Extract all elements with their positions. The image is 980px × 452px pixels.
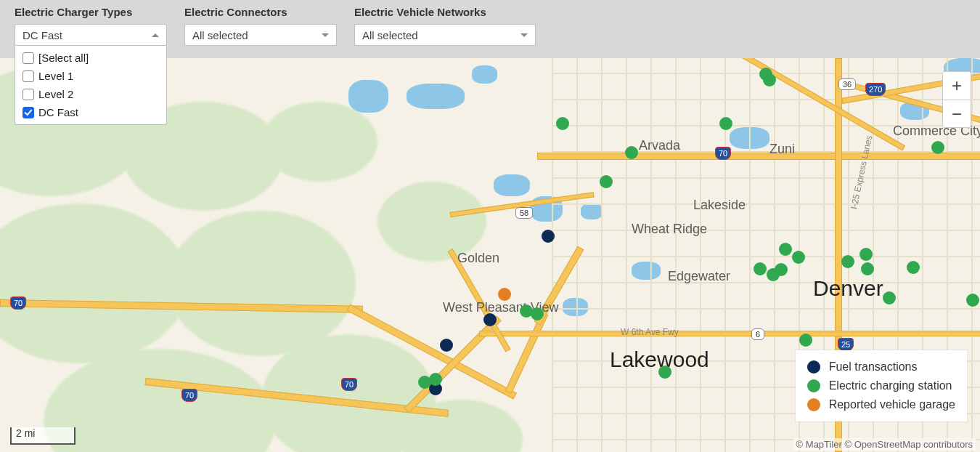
legend-item-garage: Reported vehicle garage	[807, 395, 955, 414]
charge-marker[interactable]	[556, 117, 569, 130]
charge-marker[interactable]	[779, 243, 792, 256]
option-label: DC Fast	[38, 106, 78, 118]
road-label: I-25 Express Lanes	[849, 134, 874, 210]
legend-label: Electric charging station	[829, 379, 952, 392]
legend-dot-charge	[807, 379, 820, 392]
option-label: Level 1	[38, 70, 73, 82]
legend-item-fuel: Fuel transactions	[807, 358, 955, 376]
charge-marker[interactable]	[754, 262, 767, 275]
option-select-all[interactable]: [Select all]	[15, 49, 166, 67]
charge-marker[interactable]	[931, 141, 944, 154]
scale-bar: 2 mi	[10, 427, 75, 445]
filter-connectors: Electric Connectors All selected	[184, 6, 337, 58]
fuel-marker[interactable]	[440, 339, 453, 352]
legend-label: Reported vehicle garage	[829, 398, 955, 411]
option-dc-fast[interactable]: DC Fast	[15, 103, 166, 121]
legend-item-charge: Electric charging station	[807, 376, 955, 395]
legend: Fuel transactions Electric charging stat…	[796, 350, 967, 421]
chevron-down-icon	[520, 33, 528, 37]
charge-marker[interactable]	[625, 146, 638, 159]
filter-charger-types: Electric Charger Types DC Fast [Select a…	[15, 6, 167, 58]
charge-marker[interactable]	[966, 294, 979, 307]
option-level-2[interactable]: Level 2	[15, 85, 166, 103]
dropdown-value: DC Fast	[23, 29, 62, 41]
dropdown-menu-charger-types: [Select all] Level 1 Level 2 DC Fast	[15, 46, 167, 125]
charge-marker[interactable]	[907, 261, 920, 274]
charge-marker[interactable]	[883, 291, 896, 304]
filter-label-charger-types: Electric Charger Types	[15, 6, 167, 18]
dropdown-networks[interactable]: All selected	[354, 24, 536, 46]
charge-marker[interactable]	[600, 175, 613, 188]
charge-marker[interactable]	[658, 366, 671, 379]
charge-marker[interactable]	[841, 255, 854, 268]
zoom-control: + −	[942, 71, 971, 128]
scale-text: 2 mi	[16, 427, 35, 439]
option-level-1[interactable]: Level 1	[15, 67, 166, 85]
dropdown-value: All selected	[192, 29, 248, 41]
charge-marker[interactable]	[861, 262, 874, 275]
filter-label-networks: Electric Vehicle Networks	[354, 6, 536, 18]
checkbox-icon	[23, 89, 34, 100]
legend-dot-garage	[807, 398, 820, 411]
charge-marker[interactable]	[792, 251, 805, 264]
dropdown-connectors[interactable]: All selected	[184, 24, 337, 46]
charge-marker[interactable]	[859, 248, 873, 261]
filter-bar: Electric Charger Types DC Fast [Select a…	[0, 0, 980, 58]
fuel-marker[interactable]	[542, 230, 555, 243]
charge-marker[interactable]	[799, 334, 812, 347]
legend-label: Fuel transactions	[829, 360, 918, 374]
map-attribution: © MapTiler © OpenStreetMap contributors	[793, 438, 976, 451]
option-label: [Select all]	[38, 52, 89, 64]
checkbox-icon	[23, 52, 34, 64]
garage-marker[interactable]	[498, 288, 511, 301]
filter-label-connectors: Electric Connectors	[184, 6, 337, 18]
dropdown-value: All selected	[362, 29, 418, 41]
charge-marker[interactable]	[775, 263, 788, 276]
zoom-out-button[interactable]: −	[943, 100, 971, 127]
charge-marker[interactable]	[763, 73, 776, 86]
checkbox-checked-icon	[23, 107, 34, 118]
legend-dot-fuel	[807, 360, 820, 374]
charge-marker[interactable]	[719, 117, 732, 130]
dropdown-charger-types[interactable]: DC Fast [Select all] Level 1 Level 2 D	[15, 24, 167, 46]
checkbox-icon	[23, 70, 34, 82]
chevron-down-icon	[322, 33, 329, 37]
charge-marker[interactable]	[429, 373, 442, 386]
zoom-in-button[interactable]: +	[943, 72, 971, 100]
charge-marker[interactable]	[531, 307, 544, 320]
filter-networks: Electric Vehicle Networks All selected	[354, 6, 536, 58]
option-label: Level 2	[38, 88, 73, 100]
fuel-marker[interactable]	[483, 313, 497, 326]
chevron-up-icon	[152, 33, 159, 37]
